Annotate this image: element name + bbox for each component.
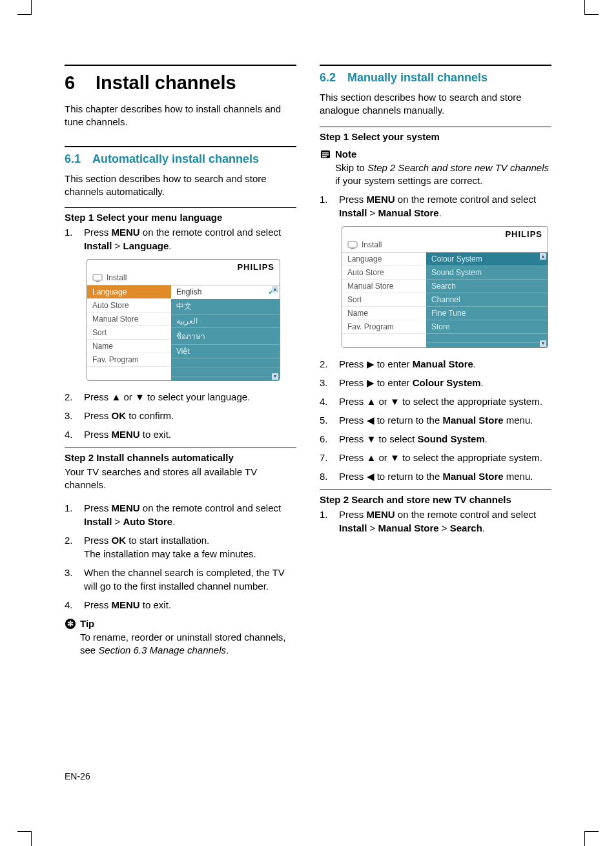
tv-icon: [92, 273, 103, 282]
item-number: 7.: [320, 451, 331, 464]
item-number: 1.: [65, 225, 76, 253]
section-6-1-heading: 6.1 Automatically install channels: [65, 146, 296, 166]
item-number: 1.: [320, 508, 331, 535]
menu-right-pane: ▴ English✓ 中文 العربية ชื่อภาษา Việt ▾: [171, 285, 280, 380]
item-number: 3.: [65, 566, 76, 593]
list-item: 2.Press OK to start installation.The ins…: [65, 533, 296, 561]
menu-title: Install: [107, 273, 127, 282]
menu-item: Sort: [342, 293, 426, 307]
list-item: 4.Press MENU to exit.: [65, 428, 296, 441]
crop-mark: [584, 0, 585, 14]
item-text: Press MENU on the remote control and sel…: [84, 225, 296, 253]
menu-option: العربية: [171, 315, 280, 328]
list-item: 3.Press ▶ to enter Colour System.: [320, 376, 551, 389]
note-body: Skip to Step 2 Search and store new TV c…: [320, 161, 551, 188]
list-item: 5.Press ◀ to return to the Manual Store …: [320, 413, 551, 427]
tip-body: To rename, reorder or uninstall stored c…: [65, 631, 296, 657]
step-1-title: Step 1 Select your menu language: [65, 207, 296, 223]
svg-rect-1: [96, 281, 99, 282]
chapter-number: 6: [65, 72, 96, 94]
menu-left-pane: Language Auto Store Manual Store Sort Na…: [342, 253, 426, 347]
scroll-down-icon: ▾: [272, 373, 278, 380]
list-item: 4.Press MENU to exit.: [65, 598, 296, 612]
section-6-1-intro: This section describes how to search and…: [65, 172, 296, 199]
menu-item: Fav. Program: [342, 320, 426, 334]
list-item: 1.Press MENU on the remote control and s…: [320, 192, 551, 220]
list-item: 2.Press ▶ to enter Manual Store.: [320, 357, 551, 371]
menu-option: Fine Tune: [426, 307, 548, 320]
tip-label: Tip: [80, 618, 94, 629]
item-number: 8.: [320, 469, 331, 483]
step-1-list: 1.Press MENU on the remote control and s…: [320, 192, 551, 220]
menu-right-pane: ▴ Colour System Sound System Search Chan…: [426, 253, 548, 347]
step-2-title: Step 2 Install channels automatically: [65, 448, 296, 463]
tip-heading: ✻ Tip: [65, 618, 296, 630]
item-text: Press OK to start installation.The insta…: [84, 533, 296, 561]
svg-rect-8: [348, 242, 357, 247]
item-number: 1.: [320, 192, 331, 220]
menu-item: Auto Store: [87, 299, 171, 313]
menu-item: Language: [87, 285, 171, 299]
crop-mark: [17, 14, 32, 15]
chapter-intro: This chapter describes how to install ch…: [65, 103, 296, 129]
step-2-list: 1.Press MENU on the remote control and s…: [320, 508, 551, 535]
menu-item: Name: [87, 340, 171, 353]
menu-option: Search: [426, 280, 548, 293]
chapter-heading: 6Install channels: [65, 65, 296, 94]
menu-screenshot-manual-store: PHILIPS Install Language Auto Store Manu…: [342, 226, 548, 348]
item-text: Press ▲ or ▼ to select the appropriate s…: [339, 395, 551, 408]
item-text: Press ▶ to enter Colour System.: [339, 376, 551, 389]
item-text: Press MENU to exit.: [84, 428, 296, 441]
crop-mark: [31, 832, 32, 846]
menu-option: Việt: [171, 345, 280, 358]
item-number: 4.: [65, 598, 76, 612]
svg-rect-9: [351, 248, 354, 249]
list-item: 1. Press MENU on the remote control and …: [65, 225, 296, 253]
note-heading: Note: [320, 149, 551, 160]
list-item: 1.Press MENU on the remote control and s…: [320, 508, 551, 535]
item-text: Press ▶ to enter Manual Store.: [339, 357, 551, 371]
menu-option: 中文: [171, 299, 280, 315]
crop-mark: [584, 14, 599, 15]
scroll-up-icon: ▴: [540, 253, 546, 260]
svg-rect-5: [322, 152, 329, 154]
item-text: Press MENU on the remote control and sel…: [339, 508, 551, 535]
menu-option: Sound System: [426, 266, 548, 280]
right-column: 6.2 Manually install channels This secti…: [320, 65, 551, 662]
menu-left-pane: Language Auto Store Manual Store Sort Na…: [87, 285, 171, 380]
page-content: 6Install channels This chapter describes…: [65, 65, 551, 781]
left-column: 6Install channels This chapter describes…: [65, 65, 296, 662]
menu-item: Auto Store: [342, 266, 426, 280]
section-6-2-intro: This section describes how to search and…: [320, 91, 551, 118]
section-title: Automatically install channels: [92, 152, 296, 166]
menu-title: Install: [362, 240, 382, 249]
item-number: 2.: [65, 390, 76, 404]
item-number: 5.: [320, 413, 331, 427]
menu-item: Language: [342, 253, 426, 266]
page-footer: EN-26: [65, 771, 90, 781]
section-6-2-heading: 6.2 Manually install channels: [320, 65, 551, 85]
list-item: 6.Press ▼ to select Sound System.: [320, 432, 551, 446]
crop-mark: [17, 831, 32, 832]
item-number: 1.: [65, 501, 76, 528]
item-number: 2.: [320, 357, 331, 371]
menu-item: Sort: [87, 326, 171, 340]
menu-option: Channel: [426, 293, 548, 307]
note-icon: [320, 149, 331, 160]
item-text: Press ▲ or ▼ to select the appropriate s…: [339, 451, 551, 464]
item-text: Press OK to confirm.: [84, 409, 296, 422]
section-title: Manually install channels: [347, 71, 551, 85]
scroll-up-icon: ▴: [272, 286, 278, 293]
menu-brand: PHILIPS: [87, 260, 280, 273]
crop-mark: [584, 831, 599, 832]
menu-option: ชื่อภาษา: [171, 328, 280, 345]
item-text: Press MENU on the remote control and sel…: [84, 501, 296, 528]
step-2-intro: Your TV searches and stores all availabl…: [65, 466, 296, 492]
item-text: Press ▼ to select Sound System.: [339, 432, 551, 446]
item-text: Press MENU on the remote control and sel…: [339, 192, 551, 220]
item-text: Press ▲ or ▼ to select your language.: [84, 390, 296, 404]
list-item: 1.Press MENU on the remote control and s…: [65, 501, 296, 528]
step-1-title: Step 1 Select your system: [320, 127, 551, 142]
crop-mark: [31, 0, 32, 14]
section-number: 6.2: [320, 71, 336, 85]
